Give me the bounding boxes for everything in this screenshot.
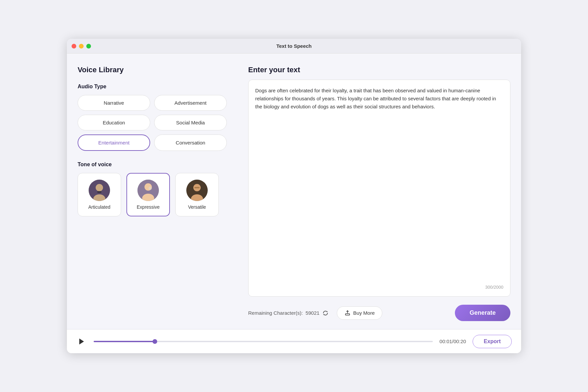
tone-expressive-avatar	[137, 180, 159, 201]
svg-rect-12	[346, 313, 350, 315]
text-area-wrapper[interactable]: Dogs are often celebrated for their loya…	[248, 80, 510, 297]
progress-bar[interactable]	[94, 341, 433, 342]
close-button[interactable]	[72, 44, 76, 48]
audio-type-grid: Narrative Advertisement Education Social…	[78, 95, 227, 151]
tone-versatile-label: Versatile	[188, 204, 206, 210]
app-window: Text to Speech Voice Library Audio Type …	[67, 39, 521, 353]
title-bar: Text to Speech	[67, 39, 521, 54]
left-panel: Voice Library Audio Type Narrative Adver…	[67, 54, 237, 329]
main-content: Voice Library Audio Type Narrative Adver…	[67, 54, 521, 329]
remaining-label: Remaining Character(s):	[248, 310, 303, 316]
time-display: 00:01/00:20	[439, 338, 466, 344]
audio-type-advertisement[interactable]: Advertisement	[154, 95, 227, 111]
enter-text-label: Enter your text	[248, 66, 510, 74]
tone-versatile-avatar	[186, 180, 208, 201]
minimize-button[interactable]	[79, 44, 84, 48]
audio-type-education[interactable]: Education	[78, 115, 150, 130]
buy-more-button[interactable]: Buy More	[337, 306, 382, 320]
generate-button[interactable]: Generate	[455, 305, 510, 321]
tone-expressive-label: Expressive	[137, 204, 160, 210]
audio-type-narrative[interactable]: Narrative	[78, 95, 150, 111]
char-count: 300/2000	[255, 285, 503, 290]
audio-type-entertainment[interactable]: Entertainment	[78, 134, 150, 151]
svg-marker-13	[79, 338, 84, 345]
remaining-count: 59021	[305, 310, 319, 316]
refresh-icon[interactable]	[322, 310, 329, 316]
audio-player: 00:01/00:20 Export	[67, 329, 521, 353]
tone-articulated-label: Articulated	[88, 204, 110, 210]
tone-expressive[interactable]: Expressive	[126, 173, 170, 216]
window-title: Text to Speech	[276, 43, 312, 49]
play-icon	[78, 337, 86, 346]
tone-articulated-avatar	[89, 180, 110, 201]
export-button[interactable]: Export	[473, 335, 512, 348]
buy-more-label: Buy More	[353, 310, 375, 316]
text-input[interactable]: Dogs are often celebrated for their loya…	[255, 87, 503, 282]
tone-grid: Articulated Expressive	[78, 173, 227, 216]
right-panel: Enter your text Dogs are often celebrate…	[237, 54, 521, 329]
tone-articulated[interactable]: Articulated	[78, 173, 121, 216]
upload-icon	[345, 310, 351, 316]
audio-type-social-media[interactable]: Social Media	[154, 115, 227, 130]
progress-fill	[94, 341, 155, 342]
audio-type-conversation[interactable]: Conversation	[154, 134, 227, 151]
svg-rect-11	[194, 187, 200, 188]
bottom-bar: Remaining Character(s): 59021	[248, 305, 510, 321]
audio-type-label: Audio Type	[78, 84, 227, 90]
remaining-chars-wrapper: Remaining Character(s): 59021	[248, 306, 382, 320]
tone-versatile[interactable]: Versatile	[175, 173, 219, 216]
progress-thumb	[153, 339, 157, 344]
voice-library-title: Voice Library	[78, 66, 227, 74]
tone-label: Tone of voice	[78, 162, 227, 168]
window-controls	[72, 44, 91, 48]
svg-point-7	[149, 187, 152, 190]
play-button[interactable]	[76, 336, 87, 347]
svg-rect-3	[97, 191, 101, 193]
maximize-button[interactable]	[86, 44, 91, 48]
svg-point-1	[96, 184, 103, 191]
